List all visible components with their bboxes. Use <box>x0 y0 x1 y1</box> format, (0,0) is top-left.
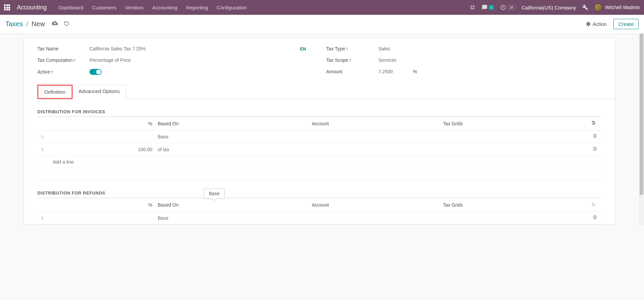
svg-point-5 <box>592 203 593 204</box>
active-toggle[interactable] <box>89 69 102 75</box>
table-row[interactable]: ⇅ Base <box>37 130 602 143</box>
tax-type-value[interactable]: Sales <box>378 46 602 51</box>
invoices-section-title: DISTRIBUTION FOR INVOICES <box>37 109 602 117</box>
scrollbar-thumb[interactable] <box>640 34 643 195</box>
breadcrumb: Taxes / New <box>5 20 69 28</box>
tax-computation-value[interactable]: Percentage of Price <box>89 57 313 63</box>
amount-value[interactable]: 7.2500 <box>378 69 393 74</box>
tab-advanced-options[interactable]: Advanced Options <box>73 85 126 99</box>
svg-point-0 <box>471 6 474 9</box>
col-account: Account <box>309 117 440 130</box>
tabs: Definition Advanced Options <box>37 84 615 99</box>
app-brand[interactable]: Accounting <box>17 4 47 11</box>
col-tax-grids: Tax Grids <box>440 117 588 130</box>
table-row[interactable]: ⇅ Base <box>37 212 602 224</box>
breadcrumb-separator: / <box>26 20 28 28</box>
tax-scope-value[interactable]: Services <box>378 57 602 63</box>
refunds-table: % Based On Account Tax Grids ⇅ Base <box>37 198 602 224</box>
tax-type-label: Tax Type? <box>326 46 378 51</box>
tools-icon[interactable] <box>582 4 588 10</box>
col-based-on: Based On <box>155 198 309 212</box>
avatar <box>594 3 602 11</box>
tooltip: Base <box>204 188 225 199</box>
col-percent: % <box>47 198 155 212</box>
table-options-icon[interactable] <box>588 198 602 212</box>
tax-scope-label: Tax Scope? <box>326 57 378 63</box>
user-menu[interactable]: Witchell Wadmin <box>594 3 640 11</box>
nav-dashboard[interactable]: Dashboard <box>59 5 83 10</box>
nav-vendors[interactable]: Vendors <box>125 5 144 10</box>
cloud-icon[interactable] <box>52 20 58 28</box>
support-icon[interactable] <box>469 4 476 10</box>
delete-row-icon[interactable] <box>588 212 602 224</box>
svg-point-4 <box>593 124 594 125</box>
delete-row-icon[interactable] <box>588 143 602 156</box>
active-label: Active? <box>37 69 89 75</box>
apps-icon[interactable] <box>4 4 10 10</box>
messages-icon[interactable]: 5 <box>482 4 494 10</box>
tax-name-value[interactable]: California Sales Tax 7.25% <box>89 46 300 51</box>
nav-reporting[interactable]: Reporting <box>186 5 208 10</box>
drag-handle-icon[interactable]: ⇅ <box>41 216 44 221</box>
discard-icon[interactable] <box>64 20 69 28</box>
company-selector[interactable]: California(US) Company <box>522 5 576 10</box>
table-options-icon[interactable] <box>588 117 602 130</box>
tab-definition[interactable]: Definition <box>37 85 73 99</box>
amount-label: Amount <box>326 69 378 74</box>
scrollbar[interactable] <box>639 34 644 225</box>
help-icon[interactable]: ? <box>51 70 53 74</box>
top-navbar: Accounting Dashboard Customers Vendors A… <box>0 0 644 15</box>
invoices-table: % Based On Account Tax Grids ⇅ Base <box>37 117 602 180</box>
nav-configuration[interactable]: Configuration <box>217 5 247 10</box>
create-button[interactable]: Create <box>613 19 639 29</box>
help-icon[interactable]: ? <box>73 58 75 62</box>
col-account: Account <box>309 198 440 212</box>
col-based-on: Based On <box>155 117 309 130</box>
help-icon[interactable]: ? <box>346 47 348 51</box>
svg-point-2 <box>592 121 593 122</box>
refunds-section-title: DISTRIBUTION FOR REFUNDS <box>37 190 602 198</box>
nav-accounting[interactable]: Accounting <box>152 5 177 10</box>
messages-badge: 5 <box>489 5 494 10</box>
activities-badge: 38 <box>507 5 515 10</box>
delete-row-icon[interactable] <box>588 130 602 143</box>
amount-suffix: % <box>413 69 417 74</box>
add-line-button[interactable]: Add a line <box>37 156 602 168</box>
svg-point-6 <box>594 204 595 205</box>
drag-handle-icon[interactable]: ⇅ <box>41 147 44 152</box>
col-percent: % <box>47 117 155 130</box>
svg-point-7 <box>593 205 594 206</box>
user-name: Witchell Wadmin <box>605 5 640 10</box>
help-icon[interactable]: ? <box>349 58 351 62</box>
drag-handle-icon[interactable]: ⇅ <box>41 135 44 139</box>
breadcrumb-taxes[interactable]: Taxes <box>5 20 23 28</box>
action-button[interactable]: Action <box>586 21 607 27</box>
form-sheet: Tax Name California Sales Tax 7.25% EN T… <box>24 38 615 225</box>
control-panel: Taxes / New Action Create <box>0 15 644 34</box>
table-row[interactable]: ⇅ 100.00 of tax <box>37 143 602 156</box>
lang-badge[interactable]: EN <box>300 46 306 51</box>
breadcrumb-current: New <box>32 20 45 28</box>
svg-point-3 <box>594 123 595 124</box>
tax-computation-label: Tax Computation? <box>37 57 89 63</box>
activities-icon[interactable]: 38 <box>500 4 515 10</box>
col-tax-grids: Tax Grids <box>440 198 588 212</box>
action-label: Action <box>593 21 607 27</box>
tax-name-label: Tax Name <box>37 46 89 51</box>
nav-customers[interactable]: Customers <box>92 5 116 10</box>
